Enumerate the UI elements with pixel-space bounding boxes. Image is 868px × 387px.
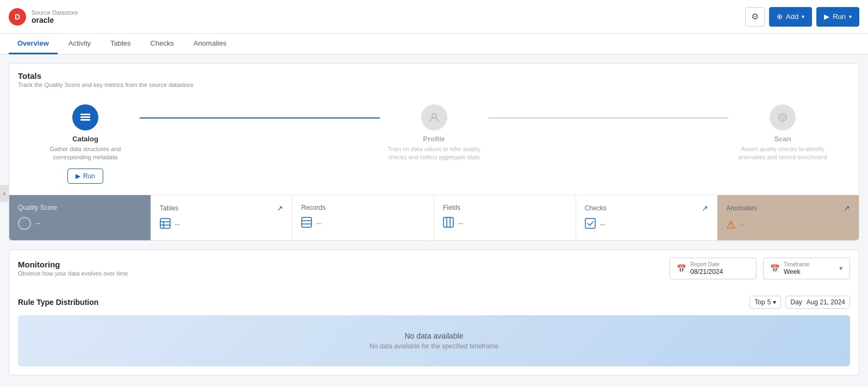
- tab-overview[interactable]: Overview: [9, 34, 58, 54]
- logo-icon: D: [9, 8, 26, 26]
- scan-circle: [770, 104, 796, 130]
- back-arrow[interactable]: ‹: [0, 185, 9, 202]
- connector-1: [140, 117, 380, 118]
- tab-tables[interactable]: Tables: [102, 34, 140, 54]
- timeframe-value: Week: [784, 268, 800, 276]
- metric-anomalies-label: Anomalies: [726, 204, 757, 212]
- svg-rect-10: [302, 217, 311, 227]
- anomalies-warning-icon: ⚠: [726, 218, 736, 231]
- monitoring-header: Monitoring Observe how your data evolves…: [9, 250, 859, 287]
- records-icon: [301, 217, 312, 230]
- metric-fields-value-row: –: [443, 217, 567, 230]
- catalog-run-button[interactable]: ▶ Run: [67, 168, 103, 184]
- svg-rect-13: [444, 217, 453, 227]
- timeframe-label: Timeframe: [784, 261, 809, 267]
- quality-circle-icon: [18, 217, 31, 230]
- catalog-circle: [72, 104, 98, 130]
- no-data-title: No data available: [34, 332, 834, 340]
- report-date-label: Report Date: [690, 261, 723, 267]
- timeframe-picker[interactable]: 📅 Timeframe Week ▾: [763, 258, 850, 279]
- no-data-area: No data available No data available for …: [18, 315, 850, 366]
- metric-fields: Fields –: [434, 195, 576, 240]
- tab-checks[interactable]: Checks: [142, 34, 183, 54]
- rule-title: Rule Type Distribution: [18, 298, 98, 307]
- metric-anomalies-arrow[interactable]: ↗: [844, 204, 850, 213]
- metric-records-header: Records: [301, 204, 425, 211]
- monitoring-controls: 📅 Report Date 08/21/2024 📅 Timeframe Wee…: [670, 258, 850, 279]
- metric-quality-value: –: [35, 219, 40, 228]
- metric-checks: Checks ↗ –: [576, 195, 718, 240]
- metric-tables-arrow[interactable]: ↗: [277, 204, 283, 213]
- day-selector[interactable]: Day Aug 21, 2024: [785, 296, 850, 309]
- totals-section: Totals Track the Quality Score and key m…: [9, 63, 859, 241]
- svg-rect-2: [80, 119, 90, 121]
- settings-icon: ⚙: [751, 11, 759, 22]
- svg-rect-16: [585, 219, 595, 228]
- totals-title: Totals: [18, 71, 850, 80]
- totals-header: Totals Track the Quality Score and key m…: [9, 64, 859, 93]
- metric-checks-header: Checks ↗: [585, 204, 709, 213]
- metric-records-value-row: –: [301, 217, 425, 230]
- scan-name: Scan: [774, 135, 791, 143]
- header-right: ⚙ ⊕ Add ▾ ▶ Run ▾: [745, 7, 859, 27]
- report-date-picker[interactable]: 📅 Report Date 08/21/2024: [670, 258, 757, 279]
- pipeline: Catalog Gather data structures and corre…: [9, 93, 859, 189]
- metric-checks-label: Checks: [585, 204, 607, 212]
- metric-fields-label: Fields: [443, 204, 460, 211]
- metric-anomalies-value-row: ⚠ –: [726, 218, 850, 231]
- catalog-name: Catalog: [72, 135, 98, 143]
- rule-type-distribution: Rule Type Distribution Top 5 ▾ Day Aug 2…: [9, 287, 859, 375]
- top-value: 5: [767, 298, 771, 306]
- metric-tables: Tables ↗ –: [151, 195, 293, 240]
- metric-tables-header: Tables ↗: [160, 204, 284, 213]
- run-icon: ▶: [824, 13, 829, 21]
- metric-records-label: Records: [301, 204, 326, 211]
- run-button[interactable]: ▶ Run ▾: [816, 7, 859, 27]
- checks-icon: [585, 218, 596, 232]
- metric-anomalies: Anomalies ↗ ⚠ –: [717, 195, 859, 240]
- no-data-subtitle: No data available for the specified time…: [34, 342, 834, 350]
- svg-rect-6: [160, 219, 170, 228]
- run-chevron-icon: ▾: [849, 14, 852, 20]
- totals-subtitle: Track the Quality Score and key metrics …: [18, 82, 850, 88]
- metric-anomalies-value: –: [740, 220, 745, 229]
- svg-point-5: [781, 116, 784, 119]
- metrics-bar: Quality Score – Tables ↗ –: [9, 195, 859, 240]
- metric-anomalies-header: Anomalies ↗: [726, 204, 850, 213]
- settings-button[interactable]: ⚙: [745, 7, 765, 27]
- datasource-info: Source Datastore oracle: [32, 9, 78, 24]
- header: D Source Datastore oracle ⚙ ⊕ Add ▾ ▶ Ru…: [0, 0, 868, 34]
- report-date-value: 08/21/2024: [690, 268, 723, 276]
- svg-rect-1: [80, 116, 90, 118]
- tab-activity[interactable]: Activity: [60, 34, 99, 54]
- pipeline-step-catalog: Catalog Gather data structures and corre…: [31, 104, 140, 184]
- timeframe-calendar-icon: 📅: [770, 264, 779, 273]
- timeframe-chevron-icon: ▾: [839, 264, 843, 272]
- tab-anomalies[interactable]: Anomalies: [185, 34, 235, 54]
- catalog-desc: Gather data structures and corresponding…: [31, 145, 140, 162]
- profile-circle: [421, 104, 447, 130]
- metric-records-value: –: [316, 219, 321, 228]
- pipeline-step-scan: Scan Assert quality checks to identify a…: [728, 104, 837, 162]
- metric-quality-label: Quality Score: [18, 204, 57, 211]
- add-chevron-icon: ▾: [802, 14, 804, 20]
- add-button[interactable]: ⊕ Add ▾: [769, 7, 812, 27]
- monitoring-title-area: Monitoring Observe how your data evolves…: [18, 260, 128, 277]
- day-label: Day: [790, 298, 802, 306]
- tables-icon: [160, 218, 171, 232]
- metric-fields-header: Fields: [443, 204, 567, 211]
- metric-checks-arrow[interactable]: ↗: [702, 204, 708, 213]
- datasource-name: oracle: [32, 16, 78, 24]
- metric-tables-value: –: [175, 220, 180, 229]
- monitoring-section: Monitoring Observe how your data evolves…: [9, 249, 859, 376]
- metric-checks-value-row: –: [585, 218, 709, 232]
- pipeline-step-profile: Profile Train on data values to infer qu…: [380, 104, 489, 162]
- day-value: Aug 21, 2024: [807, 298, 845, 306]
- monitoring-title: Monitoring: [18, 260, 128, 269]
- tabs-bar: Overview Activity Tables Checks Anomalie…: [0, 34, 868, 54]
- datasource-label: Source Datastore: [32, 9, 78, 16]
- metric-quality-value-row: –: [18, 217, 142, 230]
- metric-fields-value: –: [458, 219, 463, 228]
- metric-tables-label: Tables: [160, 204, 179, 212]
- top-selector[interactable]: Top 5 ▾: [750, 296, 781, 309]
